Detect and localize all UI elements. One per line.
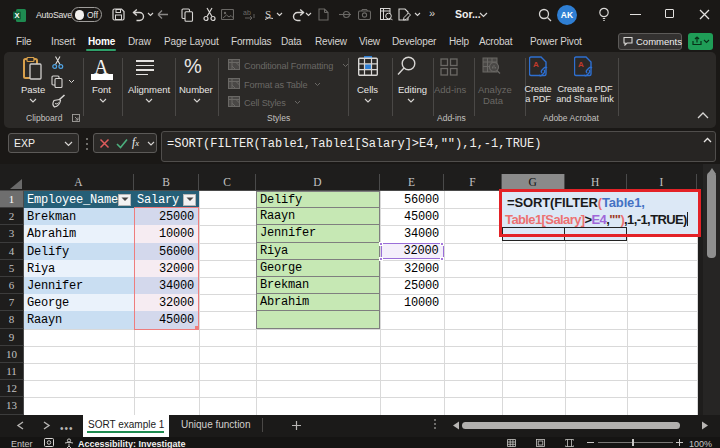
- svg-text:ab: ab: [243, 9, 251, 16]
- svg-text:A: A: [533, 60, 539, 69]
- svg-text:X: X: [14, 11, 19, 20]
- svg-text:A: A: [578, 60, 584, 69]
